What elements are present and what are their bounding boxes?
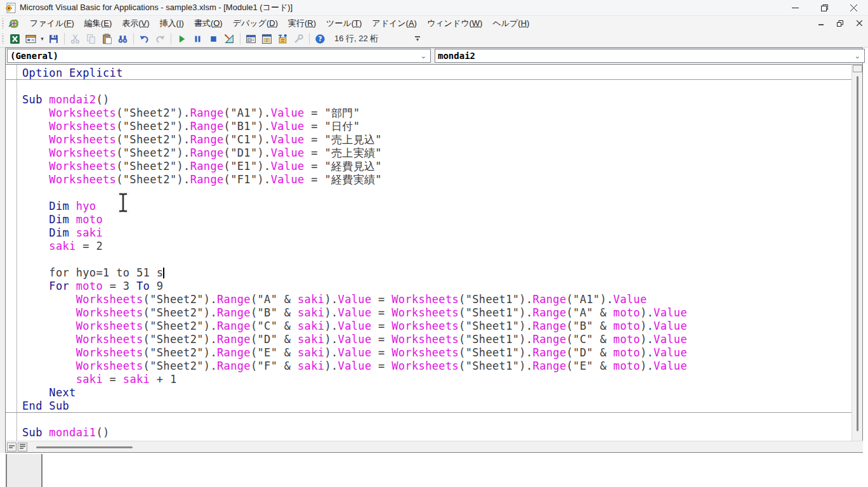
project-explorer-button[interactable]: [244, 32, 258, 46]
code-line: [6, 253, 852, 266]
code-line: Dim moto: [6, 213, 852, 226]
menu-v[interactable]: 表示(V): [117, 16, 154, 31]
svg-text:?: ?: [318, 35, 322, 43]
object-dropdown[interactable]: (General) ⌄: [7, 49, 431, 63]
menu-t[interactable]: ツール(T): [321, 16, 367, 31]
break-icon: [192, 34, 203, 44]
procedure-dropdown-value: mondai2: [435, 51, 475, 61]
code-line: [6, 413, 852, 426]
menu-items: ファイル(F)編集(E)表示(V)挿入(I)書式(O)デバッグ(D)実行(R)ツ…: [25, 16, 534, 31]
standard-toolbar: ▾? 16 行, 22 桁 ▾: [0, 30, 868, 48]
code-line: for hyo=1 to 51 s: [6, 266, 852, 280]
combo-row: (General) ⌄ mondai2 ⌄: [6, 48, 862, 64]
procedure-view-button[interactable]: [7, 443, 16, 451]
ibeam-cursor: [115, 192, 131, 214]
close-button[interactable]: [839, 0, 868, 16]
text-caret: [163, 268, 164, 278]
child-minimize-button[interactable]: [816, 18, 826, 29]
design-mode-icon: [224, 34, 235, 44]
toolbox-button: [291, 32, 306, 46]
code-line: Dim saki: [6, 226, 852, 240]
break-button[interactable]: [190, 32, 205, 46]
cut-icon: [70, 34, 81, 44]
vertical-scrollbar[interactable]: [852, 64, 862, 441]
copy-button: [84, 32, 98, 46]
object-browser-icon: [277, 34, 288, 44]
code-line: Sub mondai1(): [6, 426, 852, 439]
toolbar-grip[interactable]: [1, 34, 4, 44]
toolbar-separator: [64, 33, 65, 44]
window-title: Microsoft Visual Basic for Applications …: [20, 2, 293, 13]
properties-window-icon: [261, 34, 272, 44]
menu-bar: ファイル(F)編集(E)表示(V)挿入(I)書式(O)デバッグ(D)実行(R)ツ…: [0, 16, 868, 30]
project-explorer-icon: [246, 34, 256, 44]
view-excel-button[interactable]: [8, 32, 22, 46]
object-browser-button[interactable]: [275, 32, 290, 46]
cursor-position-status: 16 行, 22 桁: [334, 33, 378, 44]
code-line: saki = saki + 1: [6, 373, 852, 386]
restore-button[interactable]: [810, 0, 839, 16]
toolbar-overflow-button[interactable]: ▾: [412, 32, 423, 46]
code-line: saki = 2: [6, 240, 852, 253]
insert-userform-button[interactable]: [23, 32, 38, 46]
mdi-background: [0, 453, 868, 487]
run-button[interactable]: [174, 32, 189, 46]
menu-e[interactable]: 編集(E): [79, 16, 117, 31]
minimize-button[interactable]: [780, 0, 810, 16]
vba-editor-window: Microsoft Visual Basic for Applications …: [0, 0, 868, 487]
menu-f[interactable]: ファイル(F): [25, 16, 79, 31]
child-restore-button[interactable]: [835, 18, 845, 29]
object-dropdown-value: (General): [8, 51, 58, 61]
menu-r[interactable]: 実行(R): [283, 16, 321, 31]
cut-button: [68, 32, 82, 46]
toolbar-separator: [240, 33, 240, 44]
toolbar-buttons: ▾?: [7, 32, 328, 46]
code-line: Worksheets("Sheet2").Range("C" & saki).V…: [6, 320, 852, 333]
title-bar: Microsoft Visual Basic for Applications …: [0, 0, 868, 16]
undo-icon: [139, 34, 150, 44]
code-line: Worksheets("Sheet2").Range("E" & saki).V…: [6, 346, 852, 360]
split-box[interactable]: [853, 65, 862, 72]
insert-object-dropdown-arrow[interactable]: ▾: [39, 36, 46, 42]
save-button[interactable]: [46, 32, 61, 46]
reset-button[interactable]: [206, 32, 221, 46]
toolbar-separator: [171, 33, 171, 44]
code-line: [6, 80, 852, 93]
vba-app-icon: [5, 3, 16, 13]
code-line: Worksheets("Sheet2").Range("E1").Value =…: [6, 160, 852, 173]
code-line: Worksheets("Sheet2").Range("F" & saki).V…: [6, 360, 852, 373]
child-close-button[interactable]: [854, 18, 864, 29]
toolbar-separator: [309, 33, 310, 44]
menu-d[interactable]: デバッグ(D): [228, 16, 283, 31]
userform-icon: [25, 34, 36, 44]
help-button[interactable]: ?: [313, 32, 327, 46]
redo-icon: [155, 34, 166, 44]
menu-a[interactable]: アドイン(A): [367, 16, 422, 31]
copy-icon: [86, 34, 96, 44]
design-mode-button[interactable]: [222, 32, 237, 46]
menu-i[interactable]: 挿入(I): [155, 16, 189, 31]
chevron-down-icon: ▾: [416, 38, 419, 42]
vertical-scrollbar-thumb[interactable]: [857, 76, 858, 431]
paste-button[interactable]: [100, 32, 114, 46]
menubar-grip[interactable]: [1, 18, 4, 29]
horizontal-scrollbar[interactable]: [6, 441, 863, 452]
code-line: For moto = 3 To 9: [6, 280, 852, 293]
menu-h[interactable]: ヘルプ(H): [487, 16, 534, 31]
menu-w[interactable]: ウィンドウ(W): [422, 16, 487, 31]
procedure-dropdown[interactable]: mondai2 ⌄: [435, 49, 865, 63]
code-line: [6, 186, 852, 200]
full-module-view-button[interactable]: [18, 443, 27, 451]
menu-o[interactable]: 書式(O): [189, 16, 228, 31]
help-icon: ?: [315, 34, 326, 44]
code-line: Worksheets("Sheet2").Range("A1").Value =…: [6, 107, 852, 120]
paste-icon: [102, 34, 112, 44]
find-button[interactable]: [115, 32, 130, 46]
toolbar-separator: [133, 33, 134, 44]
undo-button[interactable]: [137, 32, 152, 46]
excel-icon: [10, 34, 20, 44]
child-window-controls: [816, 16, 864, 30]
code-editor[interactable]: Option Explicit Sub mondai2() Worksheets…: [6, 64, 852, 441]
properties-window-button[interactable]: [260, 32, 274, 46]
horizontal-scrollbar-thumb[interactable]: [36, 446, 133, 448]
